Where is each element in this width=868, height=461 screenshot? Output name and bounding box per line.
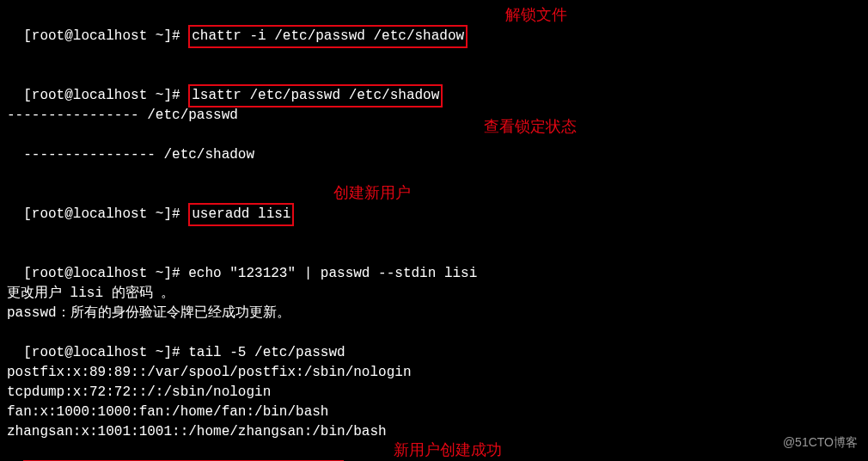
terminal-output: ---------------- /etc/passwd — [7, 106, 868, 126]
cmd-useradd: useradd lisi — [188, 203, 294, 226]
terminal-output: postfix:x:89:89::/var/spool/postfix:/sbi… — [7, 363, 868, 383]
terminal-line: [root@localhost ~]# tail -5 /etc/passwd — [7, 323, 868, 363]
shell-prompt: [root@localhost ~]# — [23, 345, 188, 360]
cmd-lsattr: lsattr /etc/passwd /etc/shadow — [188, 84, 443, 108]
terminal-output: passwd：所有的身份验证令牌已经成功更新。 — [7, 304, 868, 323]
cmd-chattr: chattr -i /etc/passwd /etc/shadow — [188, 25, 468, 48]
annotation-create-user: 创建新用户 — [333, 183, 411, 203]
terminal-line: [root@localhost ~]# lsattr /etc/passwd /… — [7, 66, 868, 106]
shell-prompt: [root@localhost ~]# — [23, 28, 188, 44]
annotation-user-created: 新用户创建成功 — [394, 440, 502, 460]
terminal-output: tcpdump:x:72:72::/:/sbin/nologin — [7, 383, 868, 403]
terminal-line: [root@localhost ~]# chattr -i /etc/passw… — [7, 7, 868, 66]
annotation-unlock: 解锁文件 — [505, 5, 567, 25]
cmd-passwd: echo "123123" | passwd --stdin lisi — [188, 266, 477, 281]
shell-prompt: [root@localhost ~]# — [23, 266, 188, 281]
shell-prompt: [root@localhost ~]# — [23, 206, 188, 222]
terminal-output: ---------------- /etc/shadow — [23, 147, 254, 163]
terminal-output: fan:x:1000:1000:fan:/home/fan:/bin/bash — [7, 403, 868, 422]
terminal-line: [root@localhost ~]# echo "123123" | pass… — [7, 244, 868, 284]
cmd-tail: tail -5 /etc/passwd — [188, 345, 345, 360]
terminal-output: zhangsan:x:1001:1001::/home/zhangsan:/bi… — [7, 422, 868, 442]
terminal-line: ---------------- /etc/shadow 查看锁定状态 — [7, 126, 868, 185]
watermark: @51CTO博客 — [783, 433, 858, 452]
terminal-line: [root@localhost ~]# useradd lisi 创建新用户 — [7, 185, 868, 244]
terminal-line: lisi:x:1002:1002::/home/lisi:/bin/bash 新… — [7, 442, 868, 461]
annotation-check-lock: 查看锁定状态 — [484, 117, 577, 137]
shell-prompt: [root@localhost ~]# — [23, 88, 188, 103]
terminal-output: 更改用户 lisi 的密码 。 — [7, 284, 868, 304]
